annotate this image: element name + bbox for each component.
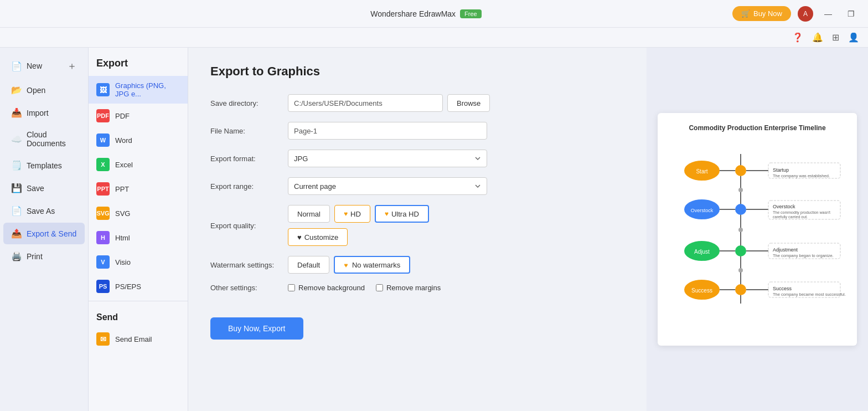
avatar[interactable]: A xyxy=(798,6,813,22)
export-format-control: JPG PNG BMP GIF TIFF xyxy=(288,150,624,167)
export-panel-title: Export xyxy=(89,48,188,76)
sidebar-item-cloud-label: Cloud Documents xyxy=(27,130,77,148)
sidebar-item-saveas[interactable]: 📄 Save As xyxy=(3,200,85,222)
export-format-row: Export format: JPG PNG BMP GIF TIFF xyxy=(210,150,624,167)
export-range-control: Current page All pages Selected pages xyxy=(288,177,624,195)
sidebar-item-cloud[interactable]: ☁️ Cloud Documents xyxy=(3,125,85,153)
svg-text:Adjust: Adjust xyxy=(694,249,710,255)
save-directory-control: Browse xyxy=(288,94,624,112)
export-label-graphics: Graphics (PNG, JPG e... xyxy=(115,81,180,98)
watermark-control: Default ♥ No watermarks xyxy=(288,256,624,274)
export-item-ps[interactable]: PS PS/EPS xyxy=(89,274,188,299)
export-range-row: Export range: Current page All pages Sel… xyxy=(210,177,624,195)
export-item-visio[interactable]: V Visio xyxy=(89,250,188,274)
preview-card: Commodity Production Enterprise Timeline… xyxy=(658,113,857,346)
other-settings-control: Remove background Remove margins xyxy=(288,284,624,292)
quality-hd-label: HD xyxy=(350,210,361,218)
quality-hd-button[interactable]: ♥ HD xyxy=(334,205,370,223)
export-label-html: Html xyxy=(115,234,130,242)
cloud-icon: ☁️ xyxy=(11,134,22,145)
quality-ultrahd-button[interactable]: ♥ Ultra HD xyxy=(375,205,429,223)
quality-normal-button[interactable]: Normal xyxy=(288,205,330,223)
watermark-buttons: Default ♥ No watermarks xyxy=(288,256,410,274)
watermark-row: Watermark settings: Default ♥ No waterma… xyxy=(210,256,624,274)
html-icon: H xyxy=(96,231,110,244)
remove-background-label[interactable]: Remove background xyxy=(288,284,365,292)
app-badge: Free xyxy=(460,9,482,18)
export-label-visio: Visio xyxy=(115,258,131,266)
import-icon: 📥 xyxy=(11,107,22,118)
svg-text:Success: Success xyxy=(773,286,792,291)
help-icon[interactable]: ❓ xyxy=(792,32,803,43)
hd-heart-icon: ♥ xyxy=(344,210,348,218)
remove-margins-label[interactable]: Remove margins xyxy=(376,284,441,292)
export-panel: Export 🖼 Graphics (PNG, JPG e... PDF PDF… xyxy=(89,48,188,411)
word-icon: W xyxy=(96,133,110,147)
export-quality-control: Normal ♥ HD ♥ Ultra HD ♥ Customiz xyxy=(288,205,624,246)
sidebar-item-new[interactable]: 📄 New ＋ xyxy=(3,54,85,78)
ppt-icon: PPT xyxy=(96,182,110,196)
panel-divider xyxy=(89,301,188,301)
ultrahd-heart-icon: ♥ xyxy=(385,210,389,218)
page-title: Export to Graphics xyxy=(210,64,624,79)
pdf-icon: PDF xyxy=(96,109,110,122)
toolbar2: ❓ 🔔 ⊞ 👤 xyxy=(0,28,868,48)
save-directory-input[interactable] xyxy=(288,94,443,112)
browse-button[interactable]: Browse xyxy=(447,94,490,112)
remove-margins-checkbox[interactable] xyxy=(376,284,383,291)
export-range-select[interactable]: Current page All pages Selected pages xyxy=(288,177,487,195)
visio-icon: V xyxy=(96,255,110,269)
notification-icon[interactable]: 🔔 xyxy=(812,32,823,43)
main-layout: 📄 New ＋ 📂 Open 📥 Import ☁️ Cloud Documen… xyxy=(0,48,868,411)
export-item-html[interactable]: H Html xyxy=(89,225,188,250)
content-area: Export to Graphics Save directory: Brows… xyxy=(188,48,647,411)
save-icon: 💾 xyxy=(11,183,22,193)
watermark-default-button[interactable]: Default xyxy=(288,256,329,274)
sidebar-item-print-label: Print xyxy=(27,252,43,261)
svg-text:Adjustment: Adjustment xyxy=(773,247,798,253)
svg-text:The company began to organize.: The company began to organize. xyxy=(773,253,834,258)
timeline-svg: Start Startup The company was establishe… xyxy=(669,143,846,309)
export-quality-label: Export quality: xyxy=(210,222,288,230)
maximize-button[interactable]: ❐ xyxy=(843,7,859,20)
sidebar-item-open[interactable]: 📂 Open xyxy=(3,79,85,101)
open-icon: 📂 xyxy=(11,85,22,95)
export-item-graphics[interactable]: 🖼 Graphics (PNG, JPG e... xyxy=(89,76,188,104)
export-item-excel[interactable]: X Excel xyxy=(89,152,188,177)
export-label-svg: SVG xyxy=(115,209,130,218)
export-label-ppt: PPT xyxy=(115,185,129,193)
preview-diagram-title: Commodity Production Enterprise Timeline xyxy=(689,124,825,132)
sidebar-item-import[interactable]: 📥 Import xyxy=(3,102,85,124)
send-item-email[interactable]: ✉ Send Email xyxy=(89,327,188,351)
customize-button[interactable]: ♥ Customize xyxy=(288,228,348,246)
export-label-word: Word xyxy=(115,136,132,145)
other-checkboxes: Remove background Remove margins xyxy=(288,284,441,292)
sidebar-item-templates[interactable]: 🗒️ Templates xyxy=(3,155,85,176)
sidebar-item-save[interactable]: 💾 Save xyxy=(3,177,85,199)
svg-text:Overstock: Overstock xyxy=(773,204,795,209)
print-icon: 🖨️ xyxy=(11,251,22,261)
node-overstock-center xyxy=(735,204,746,215)
sidebar-item-print[interactable]: 🖨️ Print xyxy=(3,245,85,267)
remove-background-checkbox[interactable] xyxy=(288,284,295,291)
export-button[interactable]: Buy Now, Export xyxy=(210,317,303,340)
app-title: Wondershare EdrawMax xyxy=(370,9,456,18)
buy-now-button[interactable]: 🛒 Buy Now xyxy=(732,6,791,21)
minimize-button[interactable]: — xyxy=(820,7,836,20)
svg-text:Start: Start xyxy=(696,168,707,174)
export-item-ppt[interactable]: PPT PPT xyxy=(89,177,188,201)
export-format-select[interactable]: JPG PNG BMP GIF TIFF xyxy=(288,150,487,167)
watermark-none-button[interactable]: ♥ No watermarks xyxy=(334,256,410,274)
sidebar-item-new-label: New xyxy=(27,61,42,70)
sidebar-item-open-label: Open xyxy=(27,86,45,95)
file-name-input[interactable] xyxy=(288,122,487,140)
sidebar-item-export[interactable]: 📤 Export & Send xyxy=(3,223,85,244)
user-icon[interactable]: 👤 xyxy=(848,32,859,43)
layout-icon[interactable]: ⊞ xyxy=(832,32,839,43)
titlebar-right: 🛒 Buy Now A — ❐ xyxy=(732,6,859,22)
export-item-pdf[interactable]: PDF PDF xyxy=(89,104,188,128)
graphics-icon: 🖼 xyxy=(96,83,110,96)
export-item-word[interactable]: W Word xyxy=(89,128,188,152)
export-item-svg[interactable]: SVG SVG xyxy=(89,201,188,225)
send-label-email: Send Email xyxy=(115,335,152,343)
